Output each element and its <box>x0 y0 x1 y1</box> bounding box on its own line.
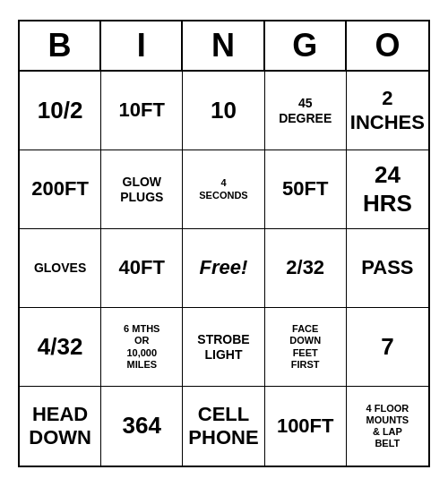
bingo-cell-0: 10/2 <box>20 72 101 150</box>
bingo-cell-13: 2/32 <box>265 229 347 308</box>
bingo-cell-9: 24HRS <box>347 150 428 229</box>
bingo-header: BINGO <box>20 21 428 72</box>
bingo-cell-16: 6 MTHSOR10,000MILES <box>101 308 183 387</box>
bingo-cell-2: 10 <box>183 72 264 150</box>
bingo-cell-20: HEADDOWN <box>20 387 101 466</box>
bingo-cell-10: GLOVES <box>20 229 101 308</box>
header-letter-i: I <box>101 21 183 70</box>
bingo-cell-18: FACEDOWNFEETFIRST <box>265 308 347 387</box>
bingo-cell-4: 2INCHES <box>347 72 428 150</box>
bingo-cell-24: 4 FLOORMOUNTS& LAPBELT <box>347 387 428 466</box>
bingo-cell-1: 10FT <box>101 72 183 150</box>
bingo-cell-5: 200FT <box>20 150 101 229</box>
header-letter-n: N <box>183 21 264 70</box>
bingo-cell-14: PASS <box>347 229 428 308</box>
bingo-card: BINGO 10/210FT1045DEGREE2INCHES200FTGLOW… <box>18 20 430 467</box>
header-letter-b: B <box>20 21 101 70</box>
bingo-cell-8: 50FT <box>265 150 347 229</box>
header-letter-g: G <box>265 21 347 70</box>
bingo-grid: 10/210FT1045DEGREE2INCHES200FTGLOWPLUGS4… <box>20 72 428 466</box>
bingo-cell-23: 100FT <box>265 387 347 466</box>
bingo-cell-3: 45DEGREE <box>265 72 347 150</box>
bingo-cell-12: Free! <box>183 229 264 308</box>
bingo-cell-21: 364 <box>101 387 183 466</box>
bingo-cell-11: 40FT <box>101 229 183 308</box>
bingo-cell-17: STROBELIGHT <box>183 308 264 387</box>
bingo-cell-19: 7 <box>347 308 428 387</box>
bingo-cell-7: 4SECONDS <box>183 150 264 229</box>
header-letter-o: O <box>347 21 428 70</box>
bingo-cell-22: CELLPHONE <box>183 387 264 466</box>
bingo-cell-15: 4/32 <box>20 308 101 387</box>
bingo-cell-6: GLOWPLUGS <box>101 150 183 229</box>
